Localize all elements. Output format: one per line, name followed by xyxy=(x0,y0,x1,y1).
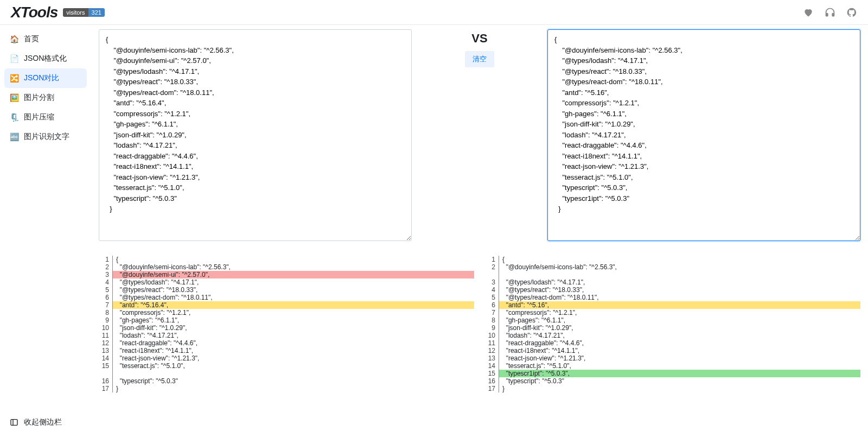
left-json-textarea[interactable] xyxy=(99,29,412,241)
vs-label: VS xyxy=(471,31,487,46)
collapse-sidebar-label: 收起侧边栏 xyxy=(24,417,62,427)
sidebar-item-label: 首页 xyxy=(24,34,39,44)
diff-code-right: { "@douyinfe/semi-icons-lab": "^2.56.3",… xyxy=(499,256,860,392)
sidebar-item-icon: 🏠 xyxy=(10,35,18,43)
sidebar-item-icon: 🖼️ xyxy=(10,93,18,102)
diff-line-number: 5 xyxy=(485,294,495,301)
diff-line-number: 7 xyxy=(485,309,495,316)
diff-line-number: 4 xyxy=(99,278,109,286)
diff-line: "gh-pages": "^6.1.1", xyxy=(499,316,860,324)
diff-row: 1234567891011121314151617 { "@douyinfe/s… xyxy=(99,256,860,392)
diff-line-number: 16 xyxy=(99,377,109,385)
diff-line: "react-draggable": "^4.4.6", xyxy=(113,339,474,347)
diff-line-number: 11 xyxy=(99,332,109,339)
sidebar-item-icon: 🔀 xyxy=(10,74,18,83)
visitors-badge-count: 321 xyxy=(88,8,105,17)
sidebar-item-3[interactable]: 🖼️图片分割 xyxy=(4,88,87,107)
diff-line-number xyxy=(99,370,109,377)
diff-line: "@types/lodash": "^4.17.1", xyxy=(499,278,860,286)
diff-line-number: 10 xyxy=(99,324,109,332)
diff-line-number: 12 xyxy=(99,339,109,347)
diff-line-number: 6 xyxy=(485,301,495,309)
diff-line: { xyxy=(499,256,860,263)
panel-collapse-icon xyxy=(10,418,18,427)
diff-line-number: 10 xyxy=(485,332,495,339)
diff-line: "compressorjs": "^1.2.1", xyxy=(499,309,860,316)
diff-line: "tesseract.js": "^5.1.0", xyxy=(113,362,474,370)
diff-line: } xyxy=(113,385,474,392)
sidebar-item-label: 图片识别文字 xyxy=(24,132,69,142)
layout: 🏠首页📄JSON格式化🔀JSON对比🖼️图片分割🗜️图片压缩🔤图片识别文字 收起… xyxy=(0,25,868,437)
right-json-textarea[interactable] xyxy=(547,29,860,241)
diff-line: "react-i18next": "^14.1.1", xyxy=(113,347,474,354)
diff-line: "@types/react": "^18.0.33", xyxy=(113,286,474,294)
diff-line-number: 5 xyxy=(99,286,109,294)
svg-rect-2 xyxy=(11,420,17,426)
compare-row: VS 清空 xyxy=(99,29,860,243)
sidebar-item-label: 图片分割 xyxy=(24,93,54,103)
diff-line-number: 6 xyxy=(99,294,109,301)
diff-line: "tesseract.js": "^5.1.0", xyxy=(499,362,860,370)
github-icon[interactable] xyxy=(846,7,857,18)
diff-line: "react-json-view": "^1.21.3", xyxy=(113,354,474,362)
header-left: XTools visitors 321 xyxy=(11,4,105,21)
clear-button[interactable]: 清空 xyxy=(465,51,494,67)
diff-line: "react-i18next": "^14.1.1", xyxy=(499,347,860,354)
sidebar-item-5[interactable]: 🔤图片识别文字 xyxy=(4,127,87,147)
diff-line-number: 13 xyxy=(99,347,109,354)
visitors-badge-label: visitors xyxy=(63,8,88,17)
sidebar-item-1[interactable]: 📄JSON格式化 xyxy=(4,49,87,68)
diff-line-number: 12 xyxy=(485,347,495,354)
diff-line: "@douyinfe/semi-ui": "^2.57.0", xyxy=(113,271,474,278)
sidebar-item-label: 图片压缩 xyxy=(24,112,54,122)
diff-line-number: 3 xyxy=(485,278,495,286)
diff-line: "react-json-view": "^1.21.3", xyxy=(499,354,860,362)
diff-line: "antd": "^5.16", xyxy=(499,301,860,309)
diff-line-number: 15 xyxy=(99,362,109,370)
header-right xyxy=(803,7,857,18)
sidebar-item-2[interactable]: 🔀JSON对比 xyxy=(4,68,87,88)
diff-line: } xyxy=(499,385,860,392)
diff-line: "typescr1ipt": "^5.0.3", xyxy=(499,370,860,377)
diff-line: { xyxy=(113,256,474,263)
sidebar: 🏠首页📄JSON格式化🔀JSON对比🖼️图片分割🗜️图片压缩🔤图片识别文字 收起… xyxy=(0,25,91,437)
diff-line: "antd": "^5.16.4", xyxy=(113,301,474,309)
left-textarea-wrap xyxy=(99,29,412,243)
visitors-badge: visitors 321 xyxy=(63,8,105,17)
diff-code-left: { "@douyinfe/semi-icons-lab": "^2.56.3",… xyxy=(113,256,474,392)
nav: 🏠首页📄JSON格式化🔀JSON对比🖼️图片分割🗜️图片压缩🔤图片识别文字 xyxy=(4,29,87,412)
header: XTools visitors 321 xyxy=(0,0,868,25)
diff-line: "@douyinfe/semi-icons-lab": "^2.56.3", xyxy=(499,263,860,271)
logo[interactable]: XTools xyxy=(11,4,58,21)
diff-line: "@types/lodash": "^4.17.1", xyxy=(113,278,474,286)
sidebar-item-label: JSON对比 xyxy=(24,73,59,83)
sidebar-item-icon: 🗜️ xyxy=(10,113,18,122)
diff-line-number: 1 xyxy=(99,256,109,263)
diff-line-number: 7 xyxy=(99,301,109,309)
diff-line-number: 8 xyxy=(99,309,109,316)
diff-line: "compressorjs": "^1.2.1", xyxy=(113,309,474,316)
diff-line-number: 2 xyxy=(485,263,495,271)
diff-line-number: 9 xyxy=(485,324,495,332)
diff-line-number: 17 xyxy=(485,385,495,392)
headset-icon[interactable] xyxy=(825,7,835,18)
diff-line-number: 14 xyxy=(485,362,495,370)
diff-line xyxy=(113,370,474,377)
diff-line-number: 13 xyxy=(485,354,495,362)
sidebar-item-icon: 🔤 xyxy=(10,132,18,141)
diff-line: "lodash": "^4.17.21", xyxy=(113,332,474,339)
diff-line: "lodash": "^4.17.21", xyxy=(499,332,860,339)
diff-line-number: 16 xyxy=(485,377,495,385)
diff-line: "@douyinfe/semi-icons-lab": "^2.56.3", xyxy=(113,263,474,271)
main: VS 清空 1234567891011121314151617 { "@douy… xyxy=(91,25,868,437)
collapse-sidebar-button[interactable]: 收起侧边栏 xyxy=(4,412,87,433)
diff-line-number: 11 xyxy=(485,339,495,347)
svg-rect-1 xyxy=(832,13,834,16)
diff-line-number: 2 xyxy=(99,263,109,271)
sidebar-item-0[interactable]: 🏠首页 xyxy=(4,29,87,49)
heart-icon[interactable] xyxy=(803,7,814,18)
diff-line xyxy=(499,271,860,278)
svg-rect-0 xyxy=(826,13,828,16)
diff-line-number: 8 xyxy=(485,316,495,324)
sidebar-item-4[interactable]: 🗜️图片压缩 xyxy=(4,107,87,127)
